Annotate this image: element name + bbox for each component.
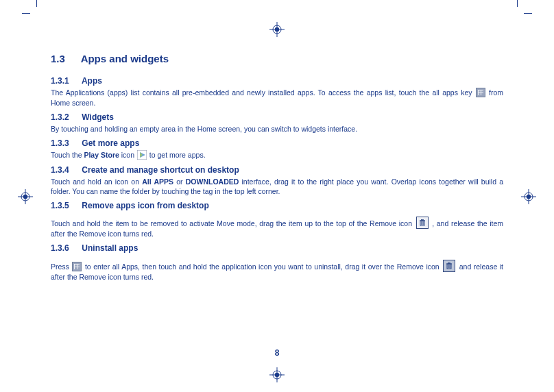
paragraph-get-more-apps: Touch the Play Store icon to get more ap… (51, 150, 503, 160)
subsection-number: 1.3.4 (51, 164, 80, 175)
paragraph-create-shortcut: Touch and hold an icon on All APPS or DO… (51, 177, 503, 196)
registration-mark-top (269, 22, 285, 37)
subsection-heading-get-more-apps: 1.3.3 Get more apps (51, 138, 503, 149)
trash-icon (416, 217, 429, 229)
crop-mark-top-left (27, 4, 41, 18)
manual-page: 1.3 Apps and widgets 1.3.1 Apps The Appl… (0, 0, 554, 392)
subsection-number: 1.3.1 (51, 75, 80, 86)
play-store-icon (137, 150, 147, 160)
subsection-title-text: Apps (82, 76, 102, 86)
subsection-heading-widgets: 1.3.2 Widgets (51, 112, 503, 123)
subsection-number: 1.3.6 (51, 243, 80, 254)
subsection-heading-apps: 1.3.1 Apps (51, 75, 503, 86)
all-apps-grid-icon (72, 262, 82, 271)
registration-mark-right (521, 189, 536, 204)
paragraph-uninstall-apps: Press to enter all Apps, then touch and … (51, 260, 503, 282)
registration-mark-left (18, 189, 33, 204)
svg-rect-24 (421, 220, 423, 221)
subsection-number: 1.3.5 (51, 200, 80, 211)
svg-rect-30 (448, 262, 450, 263)
subsection-title-text: Uninstall apps (82, 243, 138, 253)
subsection-heading-remove-apps: 1.3.5 Remove apps icon from desktop (51, 200, 503, 211)
subsection-heading-uninstall-apps: 1.3.6 Uninstall apps (51, 243, 503, 254)
paragraph-remove-apps: Touch and hold the item to be removed to… (51, 217, 503, 238)
trash-icon (443, 260, 455, 272)
section-title-text: Apps and widgets (81, 53, 169, 64)
subsection-title-text: Remove apps icon from desktop (82, 201, 208, 210)
subsection-title-text: Get more apps (82, 138, 139, 148)
subsection-title-text: Create and manage shortcut on desktop (82, 165, 239, 175)
section-number: 1.3 (51, 52, 78, 66)
section-heading: 1.3 Apps and widgets (51, 52, 503, 66)
page-number: 8 (0, 348, 554, 358)
subsection-title-text: Widgets (82, 112, 114, 122)
content-area: 1.3 Apps and widgets 1.3.1 Apps The Appl… (51, 52, 503, 284)
paragraph-apps: The Applications (apps) list contains al… (51, 88, 503, 107)
subsection-heading-create-shortcut: 1.3.4 Create and manage shortcut on desk… (51, 164, 503, 175)
paragraph-widgets: By touching and holding an empty area in… (51, 124, 503, 134)
registration-mark-bottom (269, 367, 285, 382)
subsection-number: 1.3.2 (51, 112, 80, 123)
all-apps-grid-icon (476, 88, 485, 97)
crop-mark-top-right (513, 4, 527, 18)
subsection-number: 1.3.3 (51, 138, 80, 149)
